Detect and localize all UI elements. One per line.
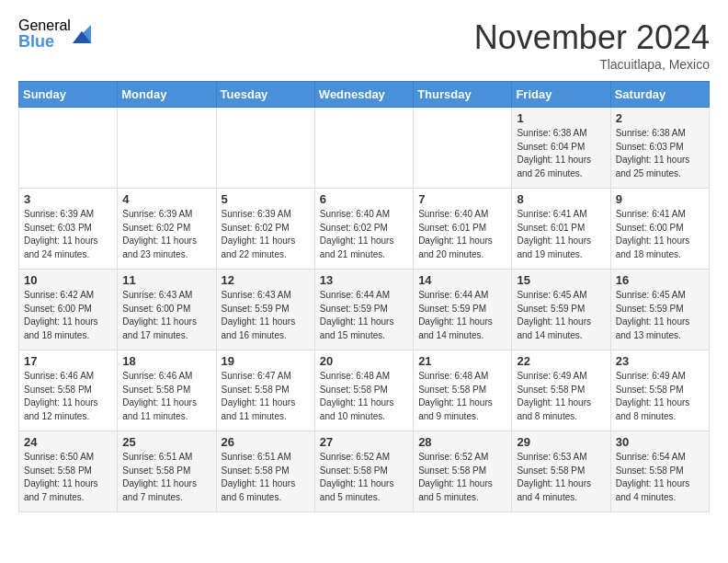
day-number: 17 (24, 354, 112, 368)
calendar-header-row: Sunday Monday Tuesday Wednesday Thursday… (19, 82, 710, 108)
day-number: 24 (24, 435, 112, 449)
calendar-cell: 25Sunrise: 6:51 AM Sunset: 5:58 PM Dayli… (118, 431, 216, 512)
logo-icon (73, 25, 91, 43)
calendar-cell: 19Sunrise: 6:47 AM Sunset: 5:58 PM Dayli… (216, 350, 314, 431)
day-number: 15 (517, 273, 605, 287)
day-info: Sunrise: 6:44 AM Sunset: 5:59 PM Dayligh… (320, 289, 408, 342)
day-info: Sunrise: 6:43 AM Sunset: 6:00 PM Dayligh… (122, 289, 210, 342)
day-info: Sunrise: 6:49 AM Sunset: 5:58 PM Dayligh… (616, 370, 704, 423)
day-info: Sunrise: 6:46 AM Sunset: 5:58 PM Dayligh… (122, 370, 210, 423)
calendar-cell: 13Sunrise: 6:44 AM Sunset: 5:59 PM Dayli… (314, 270, 413, 350)
calendar-cell (314, 108, 413, 189)
day-info: Sunrise: 6:38 AM Sunset: 6:03 PM Dayligh… (616, 127, 704, 180)
calendar: Sunday Monday Tuesday Wednesday Thursday… (18, 81, 710, 512)
logo-text: General Blue (18, 18, 71, 50)
col-thursday: Thursday (414, 82, 512, 108)
calendar-week-3: 17Sunrise: 6:46 AM Sunset: 5:58 PM Dayli… (19, 350, 710, 431)
day-info: Sunrise: 6:52 AM Sunset: 5:58 PM Dayligh… (418, 451, 506, 504)
calendar-cell: 18Sunrise: 6:46 AM Sunset: 5:58 PM Dayli… (118, 350, 216, 431)
header: General Blue November 2024 Tlacuitlapa, … (18, 18, 710, 72)
calendar-cell: 3Sunrise: 6:39 AM Sunset: 6:03 PM Daylig… (19, 189, 118, 270)
day-info: Sunrise: 6:44 AM Sunset: 5:59 PM Dayligh… (418, 289, 506, 342)
calendar-cell: 14Sunrise: 6:44 AM Sunset: 5:59 PM Dayli… (414, 270, 512, 350)
day-number: 23 (616, 354, 704, 368)
day-number: 2 (616, 111, 704, 125)
day-info: Sunrise: 6:50 AM Sunset: 5:58 PM Dayligh… (24, 451, 112, 504)
day-info: Sunrise: 6:52 AM Sunset: 5:58 PM Dayligh… (320, 451, 408, 504)
col-friday: Friday (512, 82, 610, 108)
day-number: 20 (320, 354, 408, 368)
day-info: Sunrise: 6:53 AM Sunset: 5:58 PM Dayligh… (517, 451, 605, 504)
calendar-cell: 26Sunrise: 6:51 AM Sunset: 5:58 PM Dayli… (216, 431, 314, 512)
calendar-week-2: 10Sunrise: 6:42 AM Sunset: 6:00 PM Dayli… (19, 270, 710, 350)
calendar-cell: 24Sunrise: 6:50 AM Sunset: 5:58 PM Dayli… (19, 431, 118, 512)
calendar-cell: 16Sunrise: 6:45 AM Sunset: 5:59 PM Dayli… (610, 270, 709, 350)
day-info: Sunrise: 6:39 AM Sunset: 6:02 PM Dayligh… (122, 208, 210, 261)
calendar-week-4: 24Sunrise: 6:50 AM Sunset: 5:58 PM Dayli… (19, 431, 710, 512)
calendar-cell: 11Sunrise: 6:43 AM Sunset: 6:00 PM Dayli… (118, 270, 216, 350)
day-info: Sunrise: 6:45 AM Sunset: 5:59 PM Dayligh… (616, 289, 704, 342)
logo: General Blue (18, 18, 91, 50)
month-title: November 2024 (474, 18, 710, 57)
day-number: 22 (517, 354, 605, 368)
day-info: Sunrise: 6:54 AM Sunset: 5:58 PM Dayligh… (616, 451, 704, 504)
calendar-week-1: 3Sunrise: 6:39 AM Sunset: 6:03 PM Daylig… (19, 189, 710, 270)
day-number: 10 (24, 273, 112, 287)
day-number: 7 (418, 192, 506, 206)
calendar-cell: 9Sunrise: 6:41 AM Sunset: 6:00 PM Daylig… (610, 189, 709, 270)
calendar-cell: 29Sunrise: 6:53 AM Sunset: 5:58 PM Dayli… (512, 431, 610, 512)
calendar-week-0: 1Sunrise: 6:38 AM Sunset: 6:04 PM Daylig… (19, 108, 710, 189)
day-number: 27 (320, 435, 408, 449)
day-info: Sunrise: 6:43 AM Sunset: 5:59 PM Dayligh… (222, 289, 310, 342)
col-saturday: Saturday (610, 82, 709, 108)
day-number: 19 (222, 354, 310, 368)
calendar-cell: 5Sunrise: 6:39 AM Sunset: 6:02 PM Daylig… (216, 189, 314, 270)
day-number: 3 (24, 192, 112, 206)
day-info: Sunrise: 6:38 AM Sunset: 6:04 PM Dayligh… (517, 127, 605, 180)
calendar-cell: 10Sunrise: 6:42 AM Sunset: 6:00 PM Dayli… (19, 270, 118, 350)
day-number: 1 (517, 111, 605, 125)
day-number: 9 (616, 192, 704, 206)
day-info: Sunrise: 6:40 AM Sunset: 6:01 PM Dayligh… (418, 208, 506, 261)
day-number: 30 (616, 435, 704, 449)
day-info: Sunrise: 6:51 AM Sunset: 5:58 PM Dayligh… (122, 451, 210, 504)
day-info: Sunrise: 6:46 AM Sunset: 5:58 PM Dayligh… (24, 370, 112, 423)
day-info: Sunrise: 6:40 AM Sunset: 6:02 PM Dayligh… (320, 208, 408, 261)
calendar-cell: 21Sunrise: 6:48 AM Sunset: 5:58 PM Dayli… (414, 350, 512, 431)
calendar-cell (216, 108, 314, 189)
day-info: Sunrise: 6:45 AM Sunset: 5:59 PM Dayligh… (517, 289, 605, 342)
day-number: 13 (320, 273, 408, 287)
day-info: Sunrise: 6:48 AM Sunset: 5:58 PM Dayligh… (418, 370, 506, 423)
calendar-cell: 15Sunrise: 6:45 AM Sunset: 5:59 PM Dayli… (512, 270, 610, 350)
day-number: 14 (418, 273, 506, 287)
day-number: 28 (418, 435, 506, 449)
title-block: November 2024 Tlacuitlapa, Mexico (474, 18, 710, 72)
day-number: 6 (320, 192, 408, 206)
location: Tlacuitlapa, Mexico (474, 57, 710, 72)
calendar-cell: 22Sunrise: 6:49 AM Sunset: 5:58 PM Dayli… (512, 350, 610, 431)
day-number: 29 (517, 435, 605, 449)
logo-general: General (18, 18, 71, 33)
day-number: 4 (122, 192, 210, 206)
col-monday: Monday (118, 82, 216, 108)
calendar-cell: 27Sunrise: 6:52 AM Sunset: 5:58 PM Dayli… (314, 431, 413, 512)
calendar-cell: 28Sunrise: 6:52 AM Sunset: 5:58 PM Dayli… (414, 431, 512, 512)
day-info: Sunrise: 6:51 AM Sunset: 5:58 PM Dayligh… (222, 451, 310, 504)
calendar-cell: 1Sunrise: 6:38 AM Sunset: 6:04 PM Daylig… (512, 108, 610, 189)
day-info: Sunrise: 6:49 AM Sunset: 5:58 PM Dayligh… (517, 370, 605, 423)
col-sunday: Sunday (19, 82, 118, 108)
col-wednesday: Wednesday (314, 82, 413, 108)
day-number: 12 (222, 273, 310, 287)
day-info: Sunrise: 6:42 AM Sunset: 6:00 PM Dayligh… (24, 289, 112, 342)
day-info: Sunrise: 6:41 AM Sunset: 6:01 PM Dayligh… (517, 208, 605, 261)
calendar-cell: 30Sunrise: 6:54 AM Sunset: 5:58 PM Dayli… (610, 431, 709, 512)
calendar-cell: 20Sunrise: 6:48 AM Sunset: 5:58 PM Dayli… (314, 350, 413, 431)
day-number: 21 (418, 354, 506, 368)
day-number: 16 (616, 273, 704, 287)
calendar-cell: 7Sunrise: 6:40 AM Sunset: 6:01 PM Daylig… (414, 189, 512, 270)
calendar-cell: 23Sunrise: 6:49 AM Sunset: 5:58 PM Dayli… (610, 350, 709, 431)
day-number: 25 (122, 435, 210, 449)
calendar-cell (19, 108, 118, 189)
day-number: 5 (222, 192, 310, 206)
col-tuesday: Tuesday (216, 82, 314, 108)
